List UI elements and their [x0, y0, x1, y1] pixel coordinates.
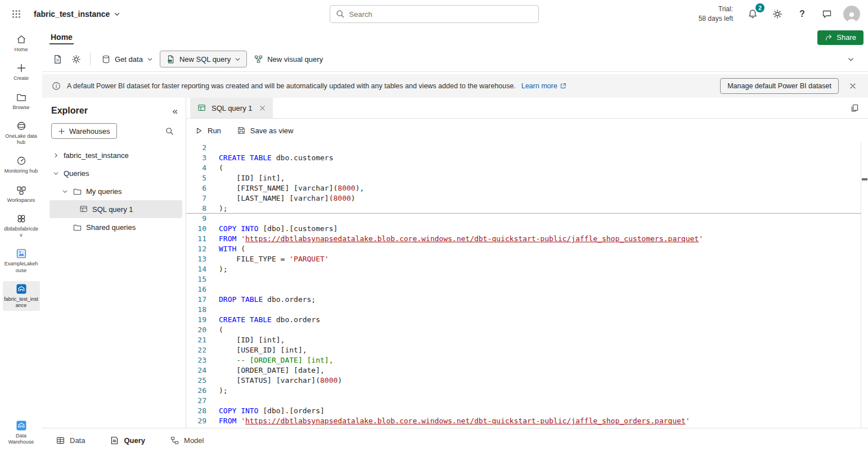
add-warehouses-button[interactable]: Warehouses: [51, 123, 117, 139]
new-item-button[interactable]: [49, 51, 66, 67]
rail-item-onelake-data-hub[interactable]: OneLake data hub: [3, 118, 40, 148]
code-line[interactable]: 14);: [186, 264, 868, 274]
line-number: 15: [186, 274, 206, 284]
new-sql-query-button[interactable]: New SQL query: [160, 51, 247, 67]
help-button[interactable]: ?: [794, 6, 811, 22]
banner-close-button[interactable]: [844, 78, 861, 94]
code-line[interactable]: 28COPY INTO [dbo].[orders]: [186, 406, 868, 416]
run-button[interactable]: Run: [195, 126, 221, 135]
learn-more-link[interactable]: Learn more: [521, 82, 566, 90]
folder-icon: [73, 223, 82, 232]
code-text: [USER_ID] [int],: [206, 345, 307, 355]
notifications-button[interactable]: 2: [744, 6, 761, 22]
feedback-button[interactable]: [818, 6, 835, 22]
share-button[interactable]: Share: [817, 30, 863, 45]
lakehouse-icon: [16, 248, 27, 259]
code-line[interactable]: 27: [186, 396, 868, 406]
collapse-toolbar-button[interactable]: [842, 51, 859, 67]
code-line[interactable]: 22 [USER_ID] [int],: [186, 345, 868, 355]
code-line[interactable]: 26);: [186, 386, 868, 396]
rail-item-examplelakehouse[interactable]: ExampleLakehouse: [3, 246, 40, 276]
code-line[interactable]: 2: [186, 143, 868, 153]
code-lines: 23CREATE TABLE dbo.customers4(5 [ID] [in…: [186, 143, 868, 426]
code-line[interactable]: 20(: [186, 325, 868, 335]
code-line[interactable]: 13 FILE_TYPE = 'PARQUET': [186, 254, 868, 264]
explorer-header: Explorer «: [42, 103, 186, 121]
search-input[interactable]: [330, 5, 539, 23]
line-number: 17: [186, 295, 206, 305]
workspace-switcher[interactable]: fabric_test_instance: [34, 10, 120, 19]
code-line[interactable]: 12WITH (: [186, 244, 868, 254]
code-line[interactable]: 9: [186, 214, 868, 224]
query-tab-strip: SQL query 1: [186, 98, 868, 119]
code-line[interactable]: 4(: [186, 163, 868, 173]
editor-scrollbar[interactable]: [861, 142, 868, 428]
sql-code-editor[interactable]: 23CREATE TABLE dbo.customers4(5 [ID] [in…: [186, 142, 868, 428]
code-line[interactable]: 6 [FIRST_NAME] [varchar](8000),: [186, 183, 868, 193]
tab-data[interactable]: Data: [56, 436, 85, 445]
rail-item-browse[interactable]: Browse: [3, 89, 40, 113]
rail-item-home[interactable]: Home: [3, 31, 40, 55]
gear-icon: [772, 8, 783, 20]
rail-item-create[interactable]: Create: [3, 60, 40, 84]
model-icon: [170, 436, 179, 445]
tab-query[interactable]: Query: [110, 436, 145, 445]
chevron-down-icon: [52, 170, 60, 177]
tab-sql-query-1[interactable]: SQL query 1: [190, 98, 273, 118]
tab-model[interactable]: Model: [170, 436, 204, 445]
bottom-tab-bar: Data Query Model: [42, 428, 868, 452]
code-line[interactable]: 19CREATE TABLE dbo.orders: [186, 315, 868, 325]
code-line[interactable]: 10COPY INTO [dbo].[customers]: [186, 224, 868, 234]
code-line[interactable]: 11FROM 'https://dbtlabsynapsedatalake.bl…: [186, 234, 868, 244]
tree-item-sql-query-1[interactable]: SQL query 1: [50, 200, 182, 218]
code-line[interactable]: 5 [ID] [int],: [186, 173, 868, 183]
explorer-collapse-button[interactable]: «: [173, 106, 178, 116]
feedback-icon: [821, 8, 833, 20]
explorer-panel: Explorer « Warehouses: [42, 98, 186, 428]
avatar[interactable]: [843, 6, 860, 22]
code-line[interactable]: 15: [186, 274, 868, 284]
rail-item-label: ExampleLakehouse: [3, 261, 39, 274]
code-line[interactable]: 18: [186, 305, 868, 315]
get-data-button[interactable]: Get data: [96, 51, 158, 67]
chevron-down-icon: [147, 56, 153, 62]
rail-item-monitoring-hub[interactable]: Monitoring hub: [3, 153, 40, 177]
line-number: 29: [186, 416, 206, 426]
help-icon: ?: [799, 9, 805, 19]
code-line[interactable]: 17DROP TABLE dbo.orders;: [186, 295, 868, 305]
top-bar: fabric_test_instance Trial: 58 days left…: [0, 0, 868, 28]
code-line[interactable]: 16: [186, 284, 868, 295]
code-line[interactable]: 23 -- [ORDER_DATE] [int],: [186, 355, 868, 365]
save-as-view-button[interactable]: Save as view: [237, 126, 294, 135]
code-text: FROM 'https://dbtlabsynapsedatalake.blob…: [206, 234, 703, 244]
query-run-toolbar: Run Save as view: [186, 119, 868, 142]
rail-item-dbtlabsfabricdev[interactable]: dbtlabsfabricdev: [3, 211, 40, 241]
explorer-search-button[interactable]: [161, 123, 178, 139]
code-line[interactable]: 7 [LAST_NAME] [varchar](8000): [186, 193, 868, 204]
code-line[interactable]: 24 [ORDER_DATE] [date],: [186, 365, 868, 376]
line-number: 18: [186, 305, 206, 315]
code-line[interactable]: 29FROM 'https://dbtlabsynapsedatalake.bl…: [186, 416, 868, 426]
tree-item-my-queries[interactable]: My queries: [50, 182, 182, 200]
rail-item-workspaces[interactable]: Workspaces: [3, 182, 40, 206]
tree-item-shared-queries[interactable]: Shared queries: [50, 218, 182, 236]
play-icon: [195, 126, 203, 135]
copy-query-button[interactable]: [846, 100, 863, 116]
code-line[interactable]: 25 [STATUS] [varchar](8000): [186, 376, 868, 386]
code-line[interactable]: 8);: [186, 204, 868, 214]
rail-item-fabric-test-instance[interactable]: fabric_test_instance: [3, 281, 40, 311]
line-number: 2: [186, 143, 206, 153]
tab-home[interactable]: Home: [50, 31, 74, 44]
new-visual-query-button[interactable]: New visual query: [249, 51, 328, 67]
tree-item-warehouse[interactable]: fabric_test_instance: [50, 146, 182, 164]
code-line[interactable]: 21 [ID] [int],: [186, 335, 868, 345]
rail-item-data-warehouse[interactable]: Data Warehouse: [3, 418, 40, 448]
manage-default-dataset-button[interactable]: Manage default Power BI dataset: [720, 78, 839, 94]
settings-button[interactable]: [769, 6, 786, 22]
query-settings-button[interactable]: [68, 51, 84, 67]
close-tab-button[interactable]: [258, 103, 267, 113]
tree-item-queries[interactable]: Queries: [50, 164, 182, 182]
code-line[interactable]: 3CREATE TABLE dbo.customers: [186, 153, 868, 163]
waffle-menu-button[interactable]: [8, 6, 25, 22]
get-data-icon: [101, 55, 111, 64]
